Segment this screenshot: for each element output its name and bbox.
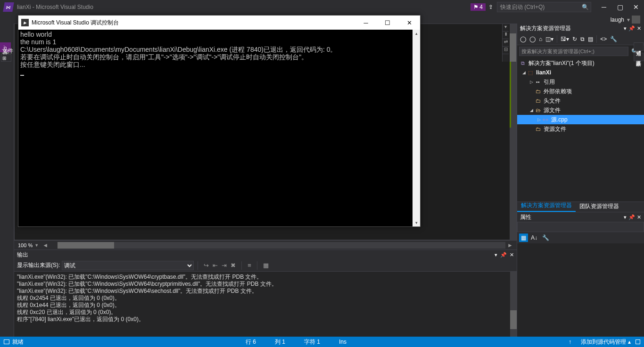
resource-files-node[interactable]: 🗀 资源文件 — [517, 124, 644, 134]
show-all-icon[interactable]: ▤ — [587, 35, 594, 43]
project-icon: ⬚ — [527, 69, 534, 76]
output-line: 线程 0xc20 已退出，返回值为 0 (0x0)。 — [17, 309, 116, 315]
output-panel: 输出 ▾ 📌 ✕ 显示输出来源(S): 调试 ↪ ⇤ ⇥ ✖ ≡ ▦ "lian… — [14, 250, 517, 337]
tab-solution-explorer[interactable]: 解决方案资源管理器 — [517, 200, 576, 212]
status-col: 列 1 — [275, 338, 285, 346]
scrollbar-thumb[interactable] — [510, 33, 516, 62]
collapse-icon[interactable]: ⧉ — [579, 35, 586, 43]
cpp-file-icon: ++ — [542, 116, 549, 123]
file-menu[interactable]: 文件 — [2, 47, 13, 55]
properties-panel: 属性 ▾ 📌 ✕ ▦ A↓ 🔧 — [517, 212, 644, 337]
console-close-button[interactable]: ✕ — [398, 16, 420, 30]
source-files-node[interactable]: ◢ 🗁 源文件 — [517, 105, 644, 115]
solution-node[interactable]: ⧉ 解决方案"lianXi"(1 个项目) — [517, 58, 644, 68]
window-position-icon[interactable]: ▾ — [495, 252, 497, 258]
status-box-icon[interactable] — [636, 339, 640, 344]
editor-vertical-scrollbar[interactable] — [510, 24, 516, 240]
external-deps-node[interactable]: 🗀 外部依赖项 — [517, 87, 644, 96]
program-output-icon[interactable]: ▦ — [263, 262, 269, 269]
search-icon: 🔍 — [582, 4, 589, 10]
close-icon[interactable]: ✕ — [510, 252, 514, 258]
source-cpp-node[interactable]: ▷ ++ 源.cpp — [517, 115, 644, 124]
clear-icon[interactable]: ✖ — [231, 262, 236, 269]
scroll-left-icon[interactable]: ◄ — [42, 242, 48, 249]
dropdown-icon[interactable]: ▾ — [503, 24, 509, 32]
project-node[interactable]: ◢ ⬚ lianXi — [517, 68, 644, 77]
console-scrollbar[interactable]: ▴▾ — [413, 30, 420, 226]
quick-launch-input[interactable]: 快速启动 (Ctrl+Q) 🔍 — [497, 2, 591, 12]
console-body[interactable]: hello world the num is 1 C:\Users\laugh0… — [18, 30, 420, 226]
console-line: the num is 1 — [20, 38, 56, 46]
right-panel-tabs: 解决方案资源管理器 团队资源管理器 — [517, 202, 644, 212]
expand-icon[interactable]: ▷ — [536, 117, 542, 122]
header-files-node[interactable]: 🗀 头文件 — [517, 96, 644, 105]
avatar[interactable] — [632, 16, 640, 24]
window-position-icon[interactable]: ▾ — [624, 214, 627, 220]
solution-icon: ⧉ — [519, 60, 527, 66]
prev-icon[interactable]: ⇤ — [213, 262, 218, 269]
maximize-button[interactable]: ▢ — [612, 1, 628, 13]
property-pages-icon[interactable]: 🔧 — [540, 234, 551, 242]
debug-console-window: Microsoft Visual Studio 调试控制台 ─ ☐ ✕ hell… — [18, 15, 421, 227]
alphabetical-icon[interactable]: A↓ — [529, 234, 539, 242]
console-maximize-button[interactable]: ☐ — [377, 16, 398, 30]
window-position-icon[interactable]: ▾ — [624, 25, 627, 32]
console-minimize-button[interactable]: ─ — [355, 16, 377, 30]
wordwrap-icon[interactable]: ≡ — [248, 262, 251, 269]
pin-icon[interactable]: 📌 — [628, 25, 635, 32]
solution-search-input[interactable]: 搜索解决方案资源管理器(Ctrl+;) — [519, 47, 628, 56]
editor-horizontal-scrollbar[interactable] — [58, 242, 505, 249]
pin-icon[interactable]: 📌 — [628, 214, 635, 220]
status-mode-icon[interactable] — [4, 339, 9, 344]
categorized-icon[interactable]: ▦ — [519, 234, 528, 242]
output-body[interactable]: "lianXi.exe"(Win32): 已加载"C:\Windows\SysW… — [14, 272, 517, 337]
expand-icon[interactable]: ◢ — [521, 70, 527, 75]
properties-object-combo[interactable] — [517, 222, 644, 232]
pin-icon[interactable]: 📌 — [500, 252, 507, 258]
output-line: "lianXi.exe"(Win32): 已加载"C:\Windows\SysW… — [17, 281, 277, 287]
console-titlebar[interactable]: Microsoft Visual Studio 调试控制台 ─ ☐ ✕ — [18, 16, 420, 30]
notification-badge[interactable]: ⚑4 — [471, 3, 486, 11]
split-h-icon[interactable]: ⬍ — [503, 32, 509, 39]
close-icon[interactable]: ✕ — [637, 25, 641, 32]
publish-icon[interactable]: ↑ — [569, 339, 571, 345]
preview-icon[interactable]: 🔧 — [609, 35, 618, 43]
expand-icon[interactable]: ◢ — [528, 108, 534, 113]
notifications-tab[interactable]: 通知 — [634, 42, 644, 51]
references-node[interactable]: ▷ ▪▪ 引用 — [517, 77, 644, 87]
options-icon[interactable]: ⊟ — [503, 47, 509, 54]
sync-icon[interactable]: ↻ — [571, 35, 578, 43]
diagnostic-tools-tab[interactable]: 诊断工具 — [634, 53, 644, 61]
chevron-down-icon[interactable]: ▼ — [34, 243, 39, 248]
status-scm[interactable]: 添加到源代码管理 — [581, 338, 626, 346]
close-button[interactable]: ✕ — [628, 1, 644, 13]
chevron-down-icon[interactable]: ▾ — [627, 16, 630, 23]
output-source-select[interactable]: 调试 — [62, 261, 194, 270]
status-line: 行 6 — [246, 338, 256, 346]
back-icon[interactable]: ◯ — [519, 35, 527, 43]
user-name[interactable]: laugh — [611, 16, 624, 23]
home-icon[interactable]: ⌂ — [538, 35, 543, 43]
switch-view-icon[interactable]: ◫▾ — [545, 35, 554, 43]
properties-body — [517, 243, 644, 337]
close-icon[interactable]: ✕ — [637, 214, 641, 220]
zoom-level[interactable]: 100 % — [18, 242, 33, 248]
properties-toolbar: ▦ A↓ 🔧 — [517, 232, 644, 243]
chevron-up-icon[interactable]: ▴ — [628, 339, 631, 345]
pending-changes-icon[interactable]: 🖫▾ — [560, 35, 570, 43]
fwd-icon[interactable]: ◯ — [528, 35, 537, 43]
next-icon[interactable]: ⇥ — [222, 262, 227, 269]
minimize-button[interactable]: ─ — [596, 1, 612, 13]
split-v-icon[interactable]: ⇄ — [503, 39, 509, 47]
output-scrollbar[interactable] — [510, 272, 517, 337]
solution-explorer-header: 解决方案资源管理器 ▾ 📌 ✕ — [517, 24, 644, 33]
scroll-right-icon[interactable]: ► — [507, 242, 513, 249]
properties-icon[interactable]: <> — [599, 35, 608, 43]
left-sidebar: 文件 源.c ⊞ — [0, 24, 14, 337]
liveshare-icon[interactable]: ⇪ — [488, 4, 493, 10]
expand-icon[interactable]: ▷ — [528, 80, 534, 84]
console-line: 若要在调试停止时自动关闭控制台，请启用"工具"->"选项"->"调试"->"调试… — [20, 53, 308, 61]
tab-team-explorer[interactable]: 团队资源管理器 — [576, 201, 623, 212]
solution-explorer-toolbar: ◯ ◯ ⌂ ◫▾ 🖫▾ ↻ ⧉ ▤ <> 🔧 — [517, 33, 644, 45]
goto-icon[interactable]: ↪ — [204, 262, 209, 269]
